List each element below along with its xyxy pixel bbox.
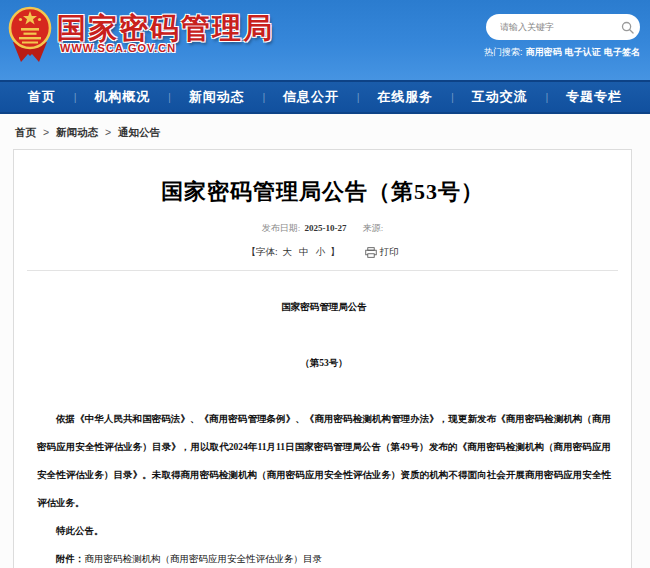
main-nav: 首页 | 机构概况 | 新闻动态 | 信息公开 | 在线服务 | 互动交流 | … xyxy=(0,80,650,114)
printer-icon xyxy=(365,247,377,258)
breadcrumb: 首页 > 新闻动态 > 通知公告 xyxy=(0,114,650,140)
breadcrumb-separator: > xyxy=(43,126,49,138)
breadcrumb-news[interactable]: 新闻动态 xyxy=(56,126,98,138)
nav-item-home[interactable]: 首页 xyxy=(28,88,56,106)
content-panel: 国家密码管理局公告（第53号） 发布日期: 2025-10-27 来源: 【字体… xyxy=(13,149,632,568)
search-icon[interactable] xyxy=(621,21,634,34)
nav-item-online-services[interactable]: 在线服务 xyxy=(377,88,433,106)
site-header: 国家密码管理局 WWW.SCA.GOV.CN 热门搜索: 商用密码 电子认证 电… xyxy=(0,0,650,80)
search-box[interactable] xyxy=(486,14,640,40)
spacer xyxy=(37,377,611,405)
national-emblem-logo xyxy=(8,4,52,64)
attachment-row: 附件：商用密码检测机构（商用密码应用安全性评估业务）目录 xyxy=(37,545,611,568)
nav-item-about[interactable]: 机构概况 xyxy=(94,88,150,106)
document-closing: 特此公告。 xyxy=(37,517,611,545)
article-toolbar: 【字体: 大 中 小 】 打印 xyxy=(14,246,631,259)
breadcrumb-separator: > xyxy=(105,126,111,138)
nav-separator: | xyxy=(262,91,265,103)
nav-separator: | xyxy=(168,91,171,103)
print-button[interactable]: 打印 xyxy=(365,246,399,259)
publish-date-value: 2025-10-27 xyxy=(305,223,347,233)
document-number: （第53号） xyxy=(37,349,611,377)
attachment-label: 附件： xyxy=(56,554,85,564)
hot-search-link-dianziqianming[interactable]: 电子签名 xyxy=(604,46,640,59)
nav-separator: | xyxy=(545,91,548,103)
publish-date-label: 发布日期: xyxy=(262,223,301,233)
breadcrumb-home[interactable]: 首页 xyxy=(15,126,36,138)
article-meta: 发布日期: 2025-10-27 来源: xyxy=(14,222,631,235)
document-body: 国家密码管理局公告 （第53号） 依据《中华人民共和国密码法》、《商用密码管理条… xyxy=(14,293,631,568)
hot-search-row: 热门搜索: 商用密码 电子认证 电子签名 xyxy=(484,46,640,59)
nav-item-special-topics[interactable]: 专题专栏 xyxy=(566,88,622,106)
content-divider xyxy=(27,270,618,271)
page-title: 国家密码管理局公告（第53号） xyxy=(14,177,631,207)
hot-search-label: 热门搜索: xyxy=(484,46,523,59)
nav-item-news[interactable]: 新闻动态 xyxy=(189,88,245,106)
hot-search-link-shangyongmima[interactable]: 商用密码 xyxy=(526,46,562,59)
font-size-large-button[interactable]: 大 xyxy=(283,246,293,259)
document-paragraph: 依据《中华人民共和国密码法》、《商用密码管理条例》、《商用密码检测机构管理办法》… xyxy=(37,405,611,517)
font-size-small-button[interactable]: 小 xyxy=(316,246,326,259)
nav-item-interaction[interactable]: 互动交流 xyxy=(472,88,528,106)
hot-search-link-dianzirenzheng[interactable]: 电子认证 xyxy=(565,46,601,59)
breadcrumb-current: 通知公告 xyxy=(118,126,160,138)
nav-separator: | xyxy=(74,91,77,103)
document-title: 国家密码管理局公告 xyxy=(37,293,611,321)
source-label: 来源: xyxy=(363,223,384,233)
site-url: WWW.SCA.GOV.CN xyxy=(60,42,176,54)
nav-item-info-disclosure[interactable]: 信息公开 xyxy=(283,88,339,106)
search-input[interactable] xyxy=(486,22,621,32)
nav-separator: | xyxy=(357,91,360,103)
font-size-label-close: 】 xyxy=(330,246,340,259)
nav-separator: | xyxy=(451,91,454,103)
font-size-medium-button[interactable]: 中 xyxy=(299,246,309,259)
spacer xyxy=(37,321,611,349)
print-label: 打印 xyxy=(380,246,399,259)
font-size-label-open: 【字体: xyxy=(246,246,277,259)
attachment-link[interactable]: 商用密码检测机构（商用密码应用安全性评估业务）目录 xyxy=(85,554,323,564)
